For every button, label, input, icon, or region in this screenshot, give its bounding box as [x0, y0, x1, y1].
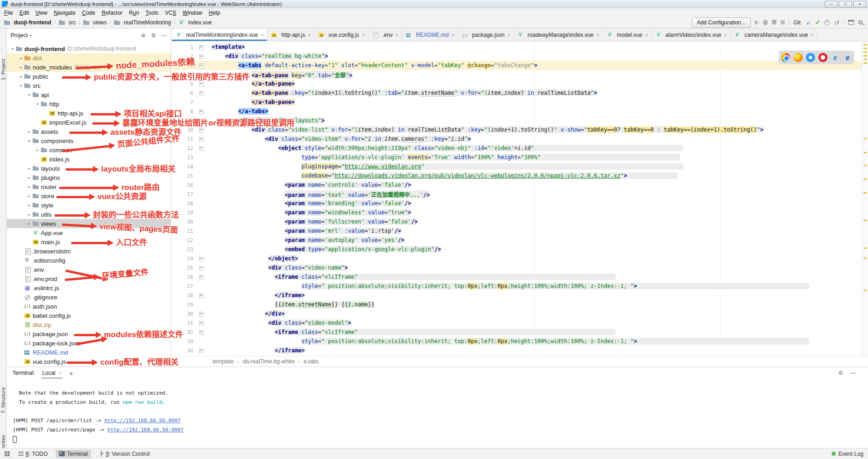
menu-tools[interactable]: Tools: [142, 9, 161, 17]
chevron-right-icon[interactable]: ▸: [26, 194, 32, 198]
new-terminal-icon[interactable]: +: [69, 369, 73, 377]
menu-run[interactable]: Run: [126, 9, 142, 17]
status-terminal[interactable]: Terminal: [56, 450, 91, 458]
code-line[interactable]: 8</a-tabs>: [171, 107, 862, 116]
tab-close-icon[interactable]: ×: [597, 32, 599, 38]
status-9-version-control[interactable]: 9: Version Control: [96, 450, 153, 458]
tree-item-http-api-js[interactable]: http-api.js项目相关api接口: [7, 109, 171, 118]
project-panel-title[interactable]: Project: [11, 32, 28, 39]
code-line[interactable]: 14pluginspage="http://www.videolan.org": [171, 162, 862, 171]
terminal-tab-local[interactable]: Local ×: [41, 368, 63, 379]
error-stripe-scrollbar[interactable]: [862, 41, 868, 356]
tree-item-package-json[interactable]: package.jsonmodules依赖描述文件: [7, 329, 171, 339]
terminal-link[interactable]: http://192.168.66.56:9007: [107, 427, 184, 433]
tab-close-icon[interactable]: ×: [724, 32, 727, 38]
revert-icon[interactable]: ↺: [834, 19, 839, 26]
status-6-todo[interactable]: 6: TODO: [15, 450, 51, 458]
tree-item-utils[interactable]: ▸utils封装的一些公共函数方法: [7, 210, 171, 219]
fold-marker[interactable]: [197, 52, 205, 61]
tree-item--env[interactable]: .env: [7, 265, 171, 274]
terminal-cursor[interactable]: [13, 436, 17, 443]
tree-item-style[interactable]: ▸style: [7, 201, 171, 210]
tree-item-vue-config-js[interactable]: vue.config.jsconfig配置、代理相关: [7, 357, 171, 366]
chevron-right-icon[interactable]: ▸: [18, 65, 24, 69]
fold-marker[interactable]: [197, 42, 205, 52]
event-log[interactable]: Event Log: [832, 451, 863, 457]
code-line[interactable]: 7</a-tab-pane>: [171, 98, 862, 107]
tree-item-auth-json[interactable]: auth.json: [7, 302, 171, 311]
tree-item-src[interactable]: ▾src: [7, 81, 171, 90]
git-update-icon[interactable]: ↙: [806, 19, 811, 26]
code-editor[interactable]: 1<template>2<div class="realTime bg-whit…: [171, 41, 862, 356]
chevron-right-icon[interactable]: ▸: [18, 75, 24, 79]
chrome-browser-icon[interactable]: [781, 53, 790, 62]
tree-item-layouts[interactable]: ▸layoutslayouts全局布局相关: [7, 164, 171, 173]
tab-close-icon[interactable]: ×: [811, 32, 813, 38]
locate-file-icon[interactable]: ⊕: [141, 32, 145, 39]
tree-item-readme-md[interactable]: README.md: [7, 348, 171, 357]
code-line[interactable]: 29{{item.streetName}} {{i.name}}: [171, 300, 862, 309]
tool-window-switcher-icon[interactable]: [5, 451, 10, 456]
editor-tab[interactable]: cameraManage\index.vue×: [730, 29, 817, 41]
tree-item-main-js[interactable]: main.js入口文件: [7, 237, 171, 247]
code-line[interactable]: 32<iframe class="vlcIframe": [171, 327, 862, 337]
tree-item-public[interactable]: ▸publicpublic资源文件夹，一般放引用的第三方插件: [7, 72, 171, 81]
edge-browser-icon[interactable]: e: [843, 53, 852, 62]
fold-marker[interactable]: [197, 107, 205, 116]
code-line[interactable]: 34</iframe>: [171, 346, 862, 355]
editor-tab[interactable]: http-api.js×: [267, 29, 314, 41]
tree-item-babel-config-js[interactable]: babel.config.js: [7, 311, 171, 320]
menu-file[interactable]: File: [1, 9, 16, 17]
code-line[interactable]: 24</object>: [171, 254, 862, 263]
ie-browser-icon[interactable]: e: [831, 53, 840, 62]
minimize-button[interactable]: —: [825, 1, 838, 7]
chevron-right-icon[interactable]: ▸: [26, 203, 32, 207]
editor-breadcrumb-item[interactable]: a-tabs: [303, 358, 318, 365]
tree-item-app-vue[interactable]: App.vue: [7, 228, 171, 237]
tree-item-node-modules[interactable]: ▸node_moduleslibrary rootnode_modules依赖: [7, 63, 171, 72]
code-line[interactable]: 10<div class="video-list" v-for="(item,i…: [171, 125, 862, 134]
debug-icon[interactable]: [763, 20, 768, 25]
code-line[interactable]: 19<param name="windowless" value="true">: [171, 208, 862, 217]
menu-navigate[interactable]: Navigate: [51, 9, 79, 17]
fold-marker[interactable]: [197, 88, 205, 98]
tree-item-plugins[interactable]: ▸plugins: [7, 173, 171, 182]
menu-edit[interactable]: Edit: [16, 9, 32, 17]
code-line[interactable]: 1<template>: [171, 42, 862, 52]
firefox-browser-icon[interactable]: [793, 53, 803, 62]
fold-marker[interactable]: [197, 143, 205, 153]
stop-icon[interactable]: [781, 20, 785, 24]
breadcrumb-item[interactable]: realTimeMonitoring: [114, 19, 171, 26]
chevron-right-icon[interactable]: ▸: [26, 176, 32, 180]
terminal-link[interactable]: http://192.168.66.56:9007: [104, 418, 181, 424]
code-line[interactable]: 33style=" position:absolute;visibility:i…: [171, 337, 862, 346]
history-icon[interactable]: [824, 20, 830, 25]
code-line[interactable]: 17<param name='text' value='正在加载视频中...'/…: [171, 189, 862, 199]
tab-close-icon[interactable]: ×: [396, 32, 398, 38]
code-line[interactable]: 16<param name='controls' value='false'/>: [171, 180, 862, 189]
code-line[interactable]: 21<param name='mrl' :value='i.rtsp'/>: [171, 226, 862, 235]
fold-marker[interactable]: [197, 327, 205, 337]
tab-close-icon[interactable]: ×: [261, 32, 264, 38]
tree-item--browserslistrc[interactable]: .browserslistrc: [7, 247, 171, 256]
code-line[interactable]: 2<div class="realTime bg-white">: [171, 52, 862, 61]
tree-item-index-js[interactable]: index.js: [7, 155, 171, 164]
chevron-right-icon[interactable]: ▸: [26, 222, 32, 226]
code-line[interactable]: 22<param name='autoplay' value='yes'/>: [171, 235, 862, 245]
code-line[interactable]: 30</div>: [171, 309, 862, 318]
run-icon[interactable]: [755, 20, 759, 25]
code-line[interactable]: 11<div class="video-item" v-for="i in it…: [171, 134, 862, 143]
chevron-right-icon[interactable]: ▸: [18, 56, 24, 60]
menu-view[interactable]: View: [32, 9, 51, 17]
breadcrumb-item[interactable]: index.vue: [178, 19, 212, 26]
code-line[interactable]: 31<div class="video-model">: [171, 318, 862, 327]
code-line[interactable]: 20<param name='fullscreen' value='false'…: [171, 217, 862, 226]
tree-item-dist-zip[interactable]: dist.zip: [7, 320, 171, 329]
tree-item-duoji-frontend[interactable]: ▾duoji-frontendD:\zheheWeb\duoji-fronten…: [7, 44, 171, 53]
tab-close-icon[interactable]: ×: [451, 32, 454, 38]
fold-marker[interactable]: [197, 79, 205, 88]
git-commit-icon[interactable]: ✓: [815, 19, 820, 26]
code-line[interactable]: 5</a-tab-pane>: [171, 79, 862, 88]
chevron-down-icon[interactable]: ▾: [29, 34, 31, 38]
chevron-right-icon[interactable]: ▸: [26, 185, 32, 189]
